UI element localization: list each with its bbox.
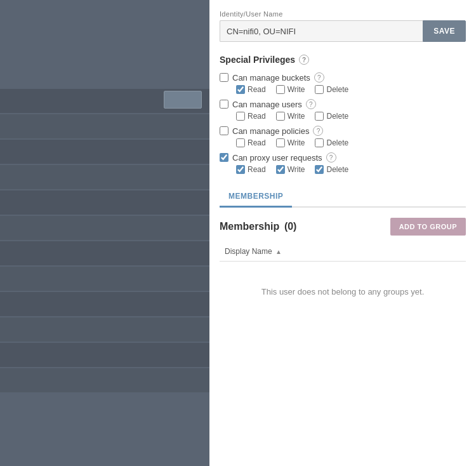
checkbox-proxy-delete[interactable] xyxy=(315,165,324,174)
checkbox-buckets[interactable] xyxy=(220,73,228,82)
privilege-policies-main: Can manage policies? xyxy=(220,126,466,136)
special-privileges-help-icon[interactable]: ? xyxy=(299,55,309,65)
option-users-write[interactable]: Write xyxy=(276,112,305,121)
checkbox-proxy[interactable] xyxy=(220,153,228,162)
identity-input[interactable] xyxy=(220,20,423,42)
tabs-container: MEMBERSHIP xyxy=(220,187,466,208)
privilege-users-options: ReadWriteDelete xyxy=(236,112,466,121)
checkbox-users-delete[interactable] xyxy=(315,112,324,121)
help-icon-buckets[interactable]: ? xyxy=(314,72,324,83)
option-users-delete[interactable]: Delete xyxy=(315,112,348,121)
checkbox-buckets-read[interactable] xyxy=(236,85,245,94)
privilege-proxy-options: ReadWriteDelete xyxy=(236,165,466,174)
help-icon-users[interactable]: ? xyxy=(306,99,316,109)
option-proxy-write[interactable]: Write xyxy=(276,165,305,174)
left-row xyxy=(0,267,209,291)
checkbox-buckets-delete[interactable] xyxy=(315,85,324,94)
membership-count: (0) xyxy=(284,221,297,232)
identity-field-label: Identity/User Name xyxy=(220,10,466,18)
label-users: Can manage users xyxy=(232,100,302,109)
checkbox-policies-delete[interactable] xyxy=(315,138,324,147)
membership-table: Display Name ▲ This user does not belong… xyxy=(220,242,466,322)
left-row xyxy=(0,114,209,138)
privilege-users: Can manage users?ReadWriteDelete xyxy=(220,99,466,121)
privilege-buckets-options: ReadWriteDelete xyxy=(236,85,466,94)
help-icon-proxy[interactable]: ? xyxy=(326,152,336,163)
privilege-buckets: Can manage buckets?ReadWriteDelete xyxy=(220,72,466,94)
left-row xyxy=(0,317,209,342)
option-users-read[interactable]: Read xyxy=(236,112,266,121)
privilege-buckets-main: Can manage buckets? xyxy=(220,72,466,83)
left-row xyxy=(0,241,209,265)
save-button[interactable]: SAVE xyxy=(423,20,466,42)
left-row xyxy=(0,165,209,189)
identity-row: SAVE xyxy=(220,20,466,42)
label-buckets: Can manage buckets xyxy=(232,73,310,83)
privilege-policies: Can manage policies?ReadWriteDelete xyxy=(220,126,466,147)
checkbox-users-read[interactable] xyxy=(236,112,245,121)
privilege-proxy-main: Can proxy user requests? xyxy=(220,152,466,163)
label-proxy: Can proxy user requests xyxy=(232,153,322,163)
label-policies: Can manage policies xyxy=(232,126,309,136)
checkbox-users-write[interactable] xyxy=(276,112,285,121)
special-privileges-title: Special Privileges ? xyxy=(220,55,466,65)
option-policies-read[interactable]: Read xyxy=(236,138,266,147)
left-row xyxy=(0,140,209,164)
left-row xyxy=(0,216,209,240)
membership-header: Membership (0) ADD TO GROUP xyxy=(220,218,466,236)
checkbox-buckets-write[interactable] xyxy=(276,85,285,94)
right-panel: Identity/User Name SAVE Special Privileg… xyxy=(209,0,476,466)
privilege-users-main: Can manage users? xyxy=(220,99,466,109)
column-label-display-name: Display Name xyxy=(225,247,272,256)
option-policies-write[interactable]: Write xyxy=(276,138,305,147)
checkbox-policies-write[interactable] xyxy=(276,138,285,147)
left-panel xyxy=(0,0,209,466)
help-icon-policies[interactable]: ? xyxy=(313,126,323,136)
checkbox-proxy-write[interactable] xyxy=(276,165,285,174)
left-rows xyxy=(0,89,209,394)
empty-message: This user does not belong to any groups … xyxy=(220,262,466,322)
checkbox-policies[interactable] xyxy=(220,126,228,135)
privilege-proxy: Can proxy user requests?ReadWriteDelete xyxy=(220,152,466,174)
option-buckets-delete[interactable]: Delete xyxy=(315,85,348,94)
checkbox-policies-read[interactable] xyxy=(236,138,245,147)
option-proxy-delete[interactable]: Delete xyxy=(315,165,348,174)
option-buckets-write[interactable]: Write xyxy=(276,85,305,94)
left-row xyxy=(0,343,209,367)
add-to-group-button[interactable]: ADD TO GROUP xyxy=(390,218,466,236)
membership-title-label: Membership xyxy=(220,221,279,232)
option-policies-delete[interactable]: Delete xyxy=(315,138,348,147)
column-display-name[interactable]: Display Name ▲ xyxy=(220,242,466,262)
checkbox-proxy-read[interactable] xyxy=(236,165,245,174)
membership-title: Membership (0) xyxy=(220,221,296,232)
left-row xyxy=(0,368,209,392)
option-proxy-read[interactable]: Read xyxy=(236,165,266,174)
left-row xyxy=(0,292,209,316)
left-row xyxy=(0,190,209,215)
special-privileges-label: Special Privileges xyxy=(220,55,295,65)
left-action-button[interactable] xyxy=(164,91,202,109)
tab-membership[interactable]: MEMBERSHIP xyxy=(220,187,292,208)
checkbox-users[interactable] xyxy=(220,100,228,109)
privileges-list: Can manage buckets?ReadWriteDeleteCan ma… xyxy=(220,72,466,174)
privilege-policies-options: ReadWriteDelete xyxy=(236,138,466,147)
option-buckets-read[interactable]: Read xyxy=(236,85,266,94)
sort-icon-display-name: ▲ xyxy=(275,248,282,255)
